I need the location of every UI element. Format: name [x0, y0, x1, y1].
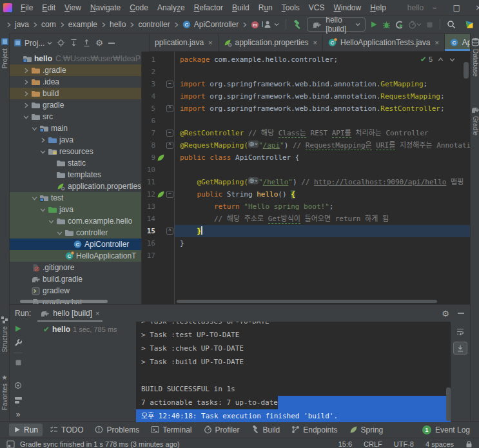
showpassed-icon[interactable] — [14, 382, 23, 390]
tool-window-button-favorites[interactable]: ★ Favorites — [0, 374, 9, 410]
tree-item-java[interactable]: java — [10, 204, 141, 215]
run-console[interactable]: > Task :testClasses UP-TO-DATE> Task :te… — [136, 322, 451, 422]
more-options-icon[interactable]: » — [16, 410, 21, 419]
menu-view[interactable]: View — [60, 3, 86, 12]
tree-item-src[interactable]: src — [10, 111, 141, 122]
fold-marker[interactable]: ^ — [166, 105, 174, 112]
menu-refactor[interactable]: Refactor — [190, 3, 228, 12]
collapse-icon[interactable] — [83, 39, 91, 47]
tree-item-gradlew[interactable]: gradlew — [10, 285, 141, 297]
fold-marker[interactable]: ^ — [166, 142, 174, 149]
tree-item-main[interactable]: main — [10, 122, 141, 134]
tree-item-helloapplicationt[interactable]: CHelloApplicationT — [10, 250, 141, 262]
caret-position[interactable]: 15:6 — [338, 440, 352, 448]
tree-item--gitignore[interactable]: .gitignore — [10, 262, 141, 273]
url-inlay-icon[interactable] — [248, 141, 259, 148]
editor-horizontal-scrollbar[interactable] — [177, 300, 437, 303]
indent-setting[interactable]: 4 spaces — [425, 440, 454, 448]
chevron-right-icon[interactable] — [22, 90, 30, 97]
layout-icon[interactable] — [14, 396, 23, 404]
tool-window-button-structure[interactable]: Structure — [0, 316, 9, 353]
tree-item-controller[interactable]: controller — [10, 227, 141, 239]
tool-window-button-problems[interactable]: Problems — [90, 424, 144, 436]
inspection-widget[interactable]: ✔ 5 — [420, 55, 456, 64]
breadcrumb-item-controller[interactable]: controller — [136, 20, 171, 29]
tool-window-button-endpoints[interactable]: Endpoints — [287, 424, 342, 436]
chevron-right-icon[interactable] — [22, 79, 30, 86]
next-problem-icon[interactable] — [449, 56, 456, 63]
chevron-right-icon[interactable] — [39, 137, 47, 144]
tree-item-hello[interactable]: helloC:₩Users₩user₩IdeaProjects₩ — [10, 53, 141, 64]
tool-window-button-project[interactable]: Project — [0, 37, 9, 68]
tree-horizontal-scrollbar[interactable] — [20, 300, 108, 303]
tree-item--idea[interactable]: .idea — [10, 76, 141, 88]
user-icon[interactable] — [263, 20, 279, 29]
menu-file[interactable]: File — [16, 3, 37, 12]
breadcrumb-item-java[interactable]: java — [13, 20, 31, 29]
breadcrumb-item-apicontroller[interactable]: CApiController — [181, 20, 240, 29]
hammer-icon[interactable] — [293, 20, 302, 30]
project-view-select[interactable]: Proj... — [14, 39, 52, 48]
breadcrumb-item-hello[interactable]: mhello — [249, 20, 263, 29]
event-log-button[interactable]: 1Event Log — [422, 425, 470, 434]
menu-analyze[interactable]: Analyze — [153, 3, 190, 12]
chevron-down-icon[interactable] — [39, 206, 47, 213]
file-encoding[interactable]: UTF-8 — [394, 440, 414, 448]
tree-item-gradle[interactable]: gradle — [10, 99, 141, 111]
spring-bean-icon[interactable] — [155, 153, 166, 162]
tree-item-java[interactable]: java — [10, 134, 141, 146]
prev-problem-icon[interactable] — [437, 56, 444, 63]
editor-tab-application-properties[interactable]: application.properties× — [219, 34, 324, 51]
chevron-right-icon[interactable] — [22, 67, 30, 74]
menu-tools[interactable]: Tools — [277, 3, 304, 12]
menu-run[interactable]: Run — [254, 3, 277, 12]
close-icon[interactable]: × — [208, 39, 212, 46]
menu-build[interactable]: Build — [228, 3, 254, 12]
debug-icon[interactable] — [382, 21, 391, 29]
locate-icon[interactable] — [57, 39, 65, 47]
tool-window-button-build[interactable]: Build — [247, 424, 285, 436]
line-separator[interactable]: CRLF — [364, 440, 382, 448]
tool-window-button-spring[interactable]: Spring — [345, 424, 388, 436]
tree-item--gradle[interactable]: .gradle — [10, 64, 141, 76]
minimize-button[interactable]: – — [424, 0, 445, 15]
hide-panel-icon[interactable] — [457, 309, 465, 317]
lock-icon[interactable] — [465, 440, 473, 448]
chevron-down-icon[interactable] — [47, 218, 55, 225]
tree-item-test[interactable]: test — [10, 192, 141, 204]
tree-item-resources[interactable]: resources — [10, 146, 141, 157]
tool-window-button-profiler[interactable]: Profiler — [199, 424, 244, 436]
softwrap-icon[interactable] — [454, 326, 467, 337]
chevron-down-icon[interactable] — [39, 148, 47, 155]
run-configuration-select[interactable]: hello [build] — [307, 17, 366, 32]
tree-item-static[interactable]: static — [10, 157, 141, 169]
play-icon[interactable] — [14, 325, 22, 333]
close-icon[interactable]: × — [313, 39, 317, 46]
editor-tab-pplication-java[interactable]: pplication.java× — [150, 34, 219, 51]
coverage-icon[interactable] — [395, 21, 404, 29]
tree-item-apicontroller[interactable]: CApiController — [10, 239, 141, 250]
code-area[interactable]: package com.example.hello.controller;imp… — [175, 52, 470, 304]
editor-tab-apicontroller-java[interactable]: CApiController.java× — [445, 34, 470, 51]
tree-item-com-example-hello[interactable]: com.example.hello — [10, 215, 141, 227]
fold-marker[interactable]: − — [166, 81, 174, 88]
editor-tab-helloapplicationtests-java[interactable]: CHelloApplicationTests.java× — [323, 34, 445, 51]
search-icon[interactable] — [447, 20, 456, 29]
editor[interactable]: 123−45^67−8^9101112−131415^1617 package … — [142, 52, 470, 304]
spring-bean-icon[interactable] — [155, 190, 166, 199]
gear-icon[interactable]: ⚙ — [95, 39, 103, 47]
scrollend-icon[interactable] — [453, 342, 467, 355]
wrench-icon[interactable] — [14, 338, 23, 347]
chevron-down-icon[interactable] — [55, 229, 64, 237]
console-scrollbar[interactable] — [446, 387, 451, 421]
tool-window-button-database[interactable]: Database — [471, 37, 479, 77]
fold-marker[interactable]: − — [166, 130, 174, 137]
tree-item-application-properties[interactable]: application.properties — [10, 180, 141, 192]
breadcrumb-item-com[interactable]: com — [39, 20, 58, 29]
close-icon[interactable]: × — [95, 309, 99, 317]
chevron-down-icon[interactable] — [22, 113, 30, 121]
chevron-down-icon[interactable] — [30, 125, 39, 132]
tool-window-button-run[interactable]: Run — [9, 424, 43, 436]
menu-navigate[interactable]: Navigate — [86, 3, 125, 12]
ide-icon[interactable] — [465, 20, 474, 29]
